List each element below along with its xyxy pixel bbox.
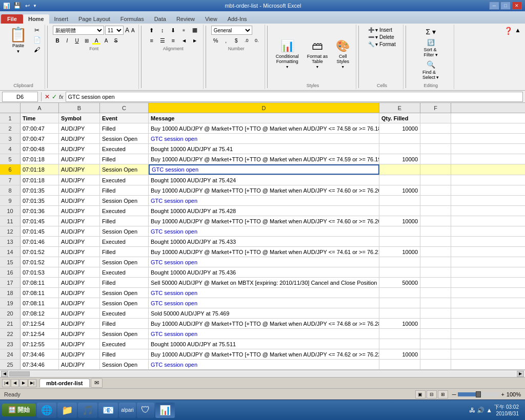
cell-d17[interactable]: Sell 50000 AUD/JPY @ Market on MBTX [exp… (149, 278, 379, 287)
format-button[interactable]: 🔧 ▾ Format (366, 41, 397, 48)
taskbar-shield[interactable]: 🛡 (137, 403, 154, 418)
border-button[interactable]: ⊞ (82, 36, 91, 45)
scrollbar-thumb-h[interactable] (9, 371, 30, 376)
cell-d14[interactable]: Buy 10000 AUD/JPY @ Market+TTO [+TTO @ M… (149, 247, 379, 257)
font-name-select[interactable]: 新細明體 (53, 26, 104, 35)
cf-dropdown[interactable]: ▼ (286, 65, 289, 69)
cell-a10[interactable]: 07:01:36 (21, 206, 59, 216)
sheet-tab-mbt[interactable]: mbt-order-list (39, 379, 90, 387)
cell-f23[interactable] (420, 339, 451, 349)
cell-c19[interactable]: Session Open (100, 298, 149, 308)
cell-d6[interactable]: GTC session open (149, 164, 379, 175)
cell-d11[interactable]: Buy 10000 AUD/JPY @ Market+TTO [+TTO @ M… (149, 216, 379, 226)
cell-f20[interactable] (420, 308, 451, 318)
cell-c4[interactable]: Executed (100, 144, 149, 154)
cell-e23[interactable] (379, 339, 420, 349)
cell-d20[interactable]: Sold 50000 AUD/JPY at 75.469 (149, 308, 379, 318)
cell-c11[interactable]: Filled (100, 216, 149, 226)
help-icon[interactable]: ❓ (504, 27, 513, 35)
col-header-d[interactable]: D (149, 103, 379, 113)
row-num-13[interactable]: 13 (0, 237, 21, 246)
cell-e6[interactable] (379, 164, 420, 175)
zoom-out-button[interactable]: ─ (452, 391, 456, 397)
align-center-button[interactable]: ☰ (157, 36, 168, 45)
cell-b8[interactable]: AUD/JPY (59, 185, 100, 195)
taskbar-explorer[interactable]: 📁 (57, 403, 77, 418)
cell-a19[interactable]: 07:08:11 (21, 298, 59, 308)
cell-d10[interactable]: Bought 10000 AUD/JPY at 75.428 (149, 206, 379, 216)
row-num-20[interactable]: 20 (0, 308, 21, 318)
col-header-a[interactable]: A (21, 103, 59, 113)
cell-b5[interactable]: AUD/JPY (59, 154, 100, 164)
insert-button[interactable]: ➕ ▾ Insert (366, 27, 397, 33)
tray-network-icon[interactable]: 🖧 (469, 407, 475, 414)
tab-file[interactable]: File (1, 14, 23, 24)
cell-e8[interactable]: 10000 (379, 185, 420, 195)
copy-button[interactable]: 📄 (32, 35, 42, 45)
format-painter-button[interactable]: 🖌 (32, 45, 42, 54)
cell-e5[interactable]: 10000 (379, 154, 420, 164)
row-num-1[interactable]: 1 (0, 113, 21, 123)
row-num-6[interactable]: 6 (0, 164, 21, 175)
fat-dropdown[interactable]: ▼ (316, 65, 319, 69)
row-num-12[interactable]: 12 (0, 226, 21, 236)
cell-d23[interactable]: Bought 10000 AUD/JPY at 75.511 (149, 339, 379, 349)
cell-c21[interactable]: Filled (100, 319, 149, 328)
cell-c25[interactable]: Session Open (100, 360, 149, 369)
taskbar-outlook[interactable]: 📧 (98, 403, 118, 418)
page-layout-view-button[interactable]: ⊟ (427, 390, 437, 398)
cell-a15[interactable]: 07:01:52 (21, 257, 59, 267)
cell-d21[interactable]: Buy 10000 AUD/JPY @ Market+TTO [+TTO @ M… (149, 319, 379, 328)
cell-d5[interactable]: Buy 10000 AUD/JPY @ Market+TTO [+TTO @ M… (149, 154, 379, 164)
cell-a18[interactable]: 07:08:11 (21, 288, 59, 298)
tab-insert[interactable]: Insert (49, 14, 74, 24)
cell-a23[interactable]: 07:12:55 (21, 339, 59, 349)
cell-f18[interactable] (420, 288, 451, 298)
quick-access-undo[interactable]: ↩ (25, 3, 30, 9)
cell-e11[interactable]: 10000 (379, 216, 420, 226)
increase-indent-button[interactable]: ▶ (190, 36, 200, 45)
cell-c8[interactable]: Filled (100, 185, 149, 195)
cell-e2[interactable]: 10000 (379, 123, 420, 133)
row-num-10[interactable]: 10 (0, 206, 21, 216)
cell-f22[interactable] (420, 329, 451, 339)
cell-a1[interactable]: Time (21, 113, 59, 123)
confirm-formula-icon[interactable]: ✓ (52, 93, 57, 100)
taskbar-excel[interactable]: 📊 (155, 403, 175, 418)
cell-f10[interactable] (420, 206, 451, 216)
cell-f16[interactable] (420, 267, 451, 277)
format-as-table-button[interactable]: 🗃 Format asTable ▼ (304, 37, 331, 71)
row-num-11[interactable]: 11 (0, 216, 21, 226)
cell-b9[interactable]: AUD/JPY (59, 196, 100, 205)
cell-reference-box[interactable] (2, 92, 38, 102)
increase-decimal-button[interactable]: .0 (242, 36, 251, 45)
italic-button[interactable]: I (63, 36, 72, 45)
font-decrease-icon[interactable]: A (131, 28, 135, 33)
normal-view-button[interactable]: ▣ (415, 390, 426, 398)
tab-data[interactable]: Data (149, 14, 171, 24)
col-header-b[interactable]: B (59, 103, 100, 113)
cell-e12[interactable] (379, 226, 420, 236)
cell-e10[interactable] (379, 206, 420, 216)
cell-d9[interactable]: GTC session open (149, 196, 379, 205)
cell-f3[interactable] (420, 134, 451, 143)
minimize-button[interactable]: ─ (489, 2, 499, 10)
scroll-right-button[interactable]: ▶ (517, 371, 524, 377)
start-button[interactable]: 🪟 開始 (2, 404, 36, 416)
conditional-formatting-button[interactable]: 📊 ConditionalFormatting ▼ (273, 37, 302, 71)
cell-a14[interactable]: 07:01:52 (21, 247, 59, 257)
merge-center-button[interactable]: ⬛ (190, 26, 200, 35)
cell-d25[interactable]: GTC session open (149, 360, 379, 369)
number-format-select[interactable]: General (211, 26, 252, 35)
currency-button[interactable]: $ (232, 36, 241, 45)
cell-e14[interactable]: 10000 (379, 247, 420, 257)
tab-review[interactable]: Review (171, 14, 200, 24)
system-clock[interactable]: 下午 03:02 2010/8/31 (494, 404, 519, 417)
sheet-nav-prev[interactable]: ◀ (11, 379, 19, 387)
ribbon-minimize-icon[interactable]: ▲ (515, 27, 521, 34)
cell-e13[interactable] (379, 237, 420, 246)
cell-c20[interactable]: Executed (100, 308, 149, 318)
cell-b20[interactable]: AUD/JPY (59, 308, 100, 318)
cell-c16[interactable]: Executed (100, 267, 149, 277)
cell-d24[interactable]: Buy 10000 AUD/JPY @ Market+TTO [+TTO @ M… (149, 349, 379, 359)
